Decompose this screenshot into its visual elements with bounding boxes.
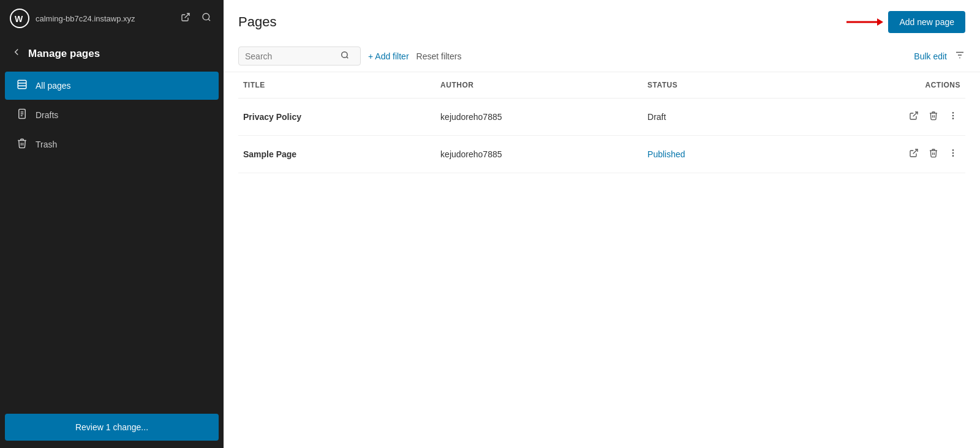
- back-button[interactable]: [11, 47, 22, 61]
- reset-filters-button[interactable]: Reset filters: [417, 51, 462, 61]
- page-title: Pages: [238, 14, 276, 30]
- external-link-icon[interactable]: [178, 10, 193, 27]
- svg-text:W: W: [15, 14, 23, 24]
- drafts-icon: [16, 108, 28, 122]
- svg-point-22: [952, 118, 953, 119]
- search-input[interactable]: [245, 51, 337, 61]
- svg-point-3: [203, 13, 209, 20]
- sidebar-all-pages-label: All pages: [36, 81, 71, 91]
- col-title: TITLE: [238, 72, 435, 99]
- more-options-row-button[interactable]: [946, 108, 960, 125]
- bulk-edit-button[interactable]: Bulk edit: [914, 51, 947, 61]
- trash-icon: [16, 138, 28, 151]
- header-icons: [178, 10, 214, 27]
- arrow-indicator-icon: [846, 15, 883, 29]
- sidebar-drafts-label: Drafts: [36, 110, 58, 120]
- svg-point-21: [952, 115, 953, 116]
- actions-cell: [780, 99, 965, 136]
- svg-line-23: [913, 149, 918, 154]
- svg-line-4: [208, 19, 210, 21]
- main-header: Pages Add new page: [224, 0, 980, 40]
- sidebar-header: W calming-bb7c24.instawp.xyz: [0, 0, 224, 37]
- status-cell: Published: [643, 136, 780, 173]
- svg-line-19: [913, 112, 918, 116]
- sidebar: W calming-bb7c24.instawp.xyz: [0, 0, 224, 448]
- delete-row-button[interactable]: [926, 108, 941, 125]
- svg-line-15: [347, 57, 349, 59]
- table-header-row: TITLE AUTHOR STATUS ACTIONS: [238, 72, 965, 99]
- table-row: Privacy Policy kejudoreho7885 Draft: [238, 99, 965, 136]
- pages-table: TITLE AUTHOR STATUS ACTIONS Privacy Poli…: [238, 72, 965, 173]
- review-changes-button[interactable]: Review 1 change...: [5, 414, 219, 441]
- wp-logo-icon: W: [10, 9, 29, 28]
- sidebar-menu: All pages Drafts: [0, 68, 224, 406]
- author-cell: kejudoreho7885: [435, 99, 643, 136]
- sidebar-item-trash[interactable]: Trash: [5, 130, 219, 159]
- svg-line-2: [185, 13, 189, 18]
- main-content: Pages Add new page + Add filter Reset: [224, 0, 980, 448]
- search-icon-button[interactable]: [341, 51, 349, 61]
- pages-icon: [16, 79, 28, 92]
- svg-point-25: [952, 152, 953, 153]
- toolbar: + Add filter Reset filters Bulk edit: [224, 40, 980, 72]
- sidebar-trash-label: Trash: [36, 140, 57, 149]
- svg-point-14: [342, 52, 347, 58]
- table-row: Sample Page kejudoreho7885 Published: [238, 136, 965, 173]
- external-link-row-button[interactable]: [907, 108, 921, 125]
- add-filter-button[interactable]: + Add filter: [368, 51, 409, 61]
- site-url: calming-bb7c24.instawp.xyz: [36, 14, 172, 23]
- svg-point-20: [952, 113, 953, 113]
- table-container: TITLE AUTHOR STATUS ACTIONS Privacy Poli…: [224, 72, 980, 448]
- actions-cell: [780, 136, 965, 173]
- delete-row-button[interactable]: [926, 146, 941, 163]
- sidebar-nav-header: Manage pages: [0, 37, 224, 68]
- author-cell: kejudoreho7885: [435, 136, 643, 173]
- page-title-cell: Privacy Policy: [238, 99, 435, 136]
- filter-options-icon[interactable]: [954, 50, 965, 63]
- sidebar-item-drafts[interactable]: Drafts: [5, 101, 219, 129]
- add-new-page-button[interactable]: Add new page: [888, 11, 965, 33]
- col-status: STATUS: [643, 72, 780, 99]
- manage-pages-title: Manage pages: [28, 48, 100, 60]
- sidebar-item-all-pages[interactable]: All pages: [5, 72, 219, 100]
- page-title-cell: Sample Page: [238, 136, 435, 173]
- external-link-row-button[interactable]: [907, 146, 921, 163]
- svg-point-26: [952, 155, 953, 156]
- sidebar-footer: Review 1 change...: [0, 406, 224, 448]
- svg-point-24: [952, 150, 953, 151]
- svg-rect-5: [18, 80, 26, 89]
- search-box[interactable]: [238, 47, 361, 65]
- col-actions: ACTIONS: [780, 72, 965, 99]
- search-header-icon[interactable]: [199, 10, 214, 27]
- more-options-row-button[interactable]: [946, 146, 960, 163]
- col-author: AUTHOR: [435, 72, 643, 99]
- svg-marker-13: [877, 18, 883, 26]
- status-cell: Draft: [643, 99, 780, 136]
- add-new-wrapper: Add new page: [888, 11, 965, 33]
